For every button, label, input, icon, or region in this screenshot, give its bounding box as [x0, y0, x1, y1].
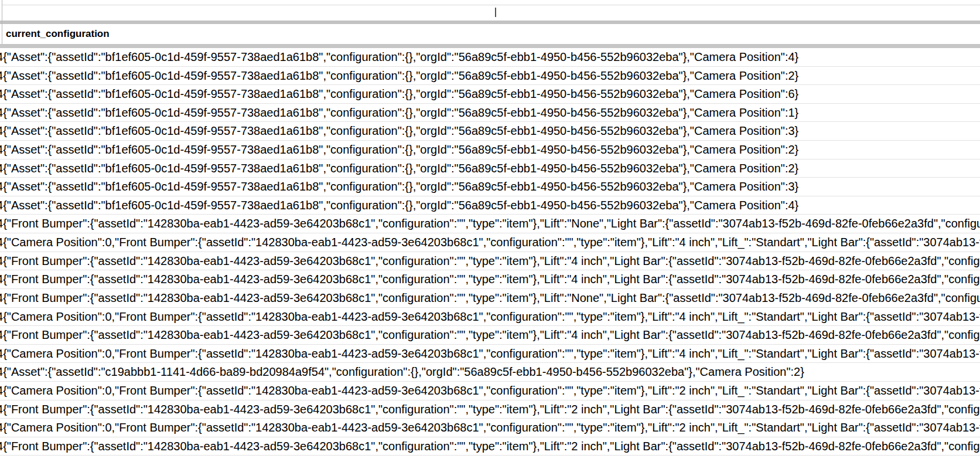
table-row[interactable]: 4{"Camera Position":0,"Front Bumper":{"a… [0, 233, 980, 252]
table-row[interactable]: 4{"Camera Position":0,"Front Bumper":{"a… [0, 308, 980, 327]
cell-text: 4{"Asset":{"assetId":"bf1ef605-0c1d-459f… [0, 67, 798, 85]
table-row[interactable]: 4{"Asset":{"assetId":"bf1ef605-0c1d-459f… [0, 85, 980, 104]
cell-text: 4{"Front Bumper":{"assetId":"142830ba-ea… [0, 215, 980, 233]
cell-text: 4{"Camera Position":0,"Front Bumper":{"a… [0, 419, 980, 437]
cell-json-value: {"Asset":{"assetId":"c19abbb1-1141-4d66-… [3, 365, 804, 378]
table-row[interactable]: 4{"Front Bumper":{"assetId":"142830ba-ea… [0, 270, 980, 289]
column-header-cell[interactable]: current_configuration [0, 24, 980, 44]
cell-text: 4{"Asset":{"assetId":"bf1ef605-0c1d-459f… [0, 104, 798, 122]
table-row[interactable]: 4{"Front Bumper":{"assetId":"142830ba-ea… [0, 289, 980, 308]
cell-text: 4{"Asset":{"assetId":"bf1ef605-0c1d-459f… [0, 178, 798, 196]
table-row[interactable]: 4{"Front Bumper":{"assetId":"142830ba-ea… [0, 252, 980, 271]
table-row[interactable]: 4{"Camera Position":0,"Front Bumper":{"a… [0, 419, 980, 437]
cell-text: 4{"Camera Position":0,"Front Bumper":{"a… [0, 382, 980, 400]
cell-text: 4{"Camera Position":0,"Front Bumper":{"a… [0, 345, 980, 363]
cell-text: 4{"Front Bumper":{"assetId":"142830ba-ea… [0, 437, 980, 456]
cell-json-value: {"Asset":{"assetId":"bf1ef605-0c1d-459f-… [3, 162, 798, 175]
cell-text: 4{"Asset":{"assetId":"bf1ef605-0c1d-459f… [0, 48, 798, 66]
table-row[interactable]: 4{"Front Bumper":{"assetId":"142830ba-ea… [0, 326, 980, 345]
cell-json-value: {"Camera Position":0,"Front Bumper":{"as… [3, 421, 980, 434]
table-row[interactable]: 4{"Asset":{"assetId":"bf1ef605-0c1d-459f… [0, 196, 980, 215]
cell-text: 4{"Front Bumper":{"assetId":"142830ba-ea… [0, 252, 980, 270]
cell-json-value: {"Asset":{"assetId":"bf1ef605-0c1d-459f-… [3, 106, 798, 119]
cell-json-value: {"Asset":{"assetId":"bf1ef605-0c1d-459f-… [3, 180, 798, 193]
cell-json-value: {"Front Bumper":{"assetId":"142830ba-eab… [3, 217, 980, 230]
cell-text: 4{"Asset":{"assetId":"c19abbb1-1141-4d66… [0, 363, 804, 381]
cell-json-value: {"Front Bumper":{"assetId":"142830ba-eab… [3, 291, 980, 304]
cell-json-value: {"Front Bumper":{"assetId":"142830ba-eab… [3, 254, 980, 267]
cell-text: 4{"Asset":{"assetId":"bf1ef605-0c1d-459f… [0, 85, 798, 103]
table-row[interactable]: 4{"Front Bumper":{"assetId":"142830ba-ea… [0, 437, 980, 456]
grid-rows: 4{"Asset":{"assetId":"bf1ef605-0c1d-459f… [0, 48, 980, 456]
cell-json-value: {"Asset":{"assetId":"bf1ef605-0c1d-459f-… [3, 199, 798, 212]
cell-json-value: {"Camera Position":0,"Front Bumper":{"as… [3, 384, 980, 397]
formula-bar[interactable] [2, 5, 980, 21]
cell-text: 4{"Front Bumper":{"assetId":"142830ba-ea… [0, 289, 980, 307]
cell-json-value: {"Front Bumper":{"assetId":"142830ba-eab… [3, 403, 980, 416]
cell-json-value: {"Front Bumper":{"assetId":"142830ba-eab… [3, 273, 980, 286]
table-row[interactable]: 4{"Asset":{"assetId":"bf1ef605-0c1d-459f… [0, 48, 980, 67]
table-row[interactable]: 4{"Asset":{"assetId":"bf1ef605-0c1d-459f… [0, 178, 980, 196]
table-row[interactable]: 4{"Asset":{"assetId":"bf1ef605-0c1d-459f… [0, 122, 980, 141]
cell-json-value: {"Asset":{"assetId":"bf1ef605-0c1d-459f-… [3, 124, 798, 137]
cell-text: 4{"Camera Position":0,"Front Bumper":{"a… [0, 233, 980, 252]
cell-json-value: {"Front Bumper":{"assetId":"142830ba-eab… [3, 440, 980, 453]
spreadsheet-grid: current_configuration 4{"Asset":{"assetI… [0, 0, 980, 462]
table-row[interactable]: 4{"Camera Position":0,"Front Bumper":{"a… [0, 345, 980, 364]
cell-json-value: {"Asset":{"assetId":"bf1ef605-0c1d-459f-… [3, 50, 798, 63]
frozen-row-divider [0, 44, 980, 48]
text-caret [495, 8, 496, 17]
cell-json-value: {"Camera Position":0,"Front Bumper":{"as… [3, 310, 980, 323]
table-row[interactable]: 4{"Front Bumper":{"assetId":"142830ba-ea… [0, 215, 980, 233]
cell-text: 4{"Camera Position":0,"Front Bumper":{"a… [0, 308, 980, 326]
cell-json-value: {"Camera Position":0,"Front Bumper":{"as… [3, 236, 980, 249]
table-row[interactable]: 4{"Asset":{"assetId":"bf1ef605-0c1d-459f… [0, 104, 980, 123]
row-header-border [2, 0, 2, 44]
table-row[interactable]: 4{"Asset":{"assetId":"c19abbb1-1141-4d66… [0, 363, 980, 382]
cell-json-value: {"Asset":{"assetId":"bf1ef605-0c1d-459f-… [3, 143, 798, 156]
cell-json-value: {"Asset":{"assetId":"bf1ef605-0c1d-459f-… [3, 87, 798, 100]
cell-text: 4{"Front Bumper":{"assetId":"142830ba-ea… [0, 326, 980, 344]
cell-text: 4{"Front Bumper":{"assetId":"142830ba-ea… [0, 270, 980, 288]
cell-json-value: {"Camera Position":0,"Front Bumper":{"as… [3, 347, 980, 360]
table-row[interactable]: 4{"Asset":{"assetId":"bf1ef605-0c1d-459f… [0, 67, 980, 86]
table-row[interactable]: 4{"Camera Position":0,"Front Bumper":{"a… [0, 382, 980, 400]
cell-text: 4{"Front Bumper":{"assetId":"142830ba-ea… [0, 400, 980, 419]
cell-json-value: {"Asset":{"assetId":"bf1ef605-0c1d-459f-… [3, 69, 798, 82]
table-row[interactable]: 4{"Front Bumper":{"assetId":"142830ba-ea… [0, 400, 980, 419]
column-header-title: current_configuration [6, 24, 110, 44]
table-row[interactable]: 4{"Asset":{"assetId":"bf1ef605-0c1d-459f… [0, 141, 980, 159]
cell-text: 4{"Asset":{"assetId":"bf1ef605-0c1d-459f… [0, 196, 798, 215]
table-row[interactable]: 4{"Asset":{"assetId":"bf1ef605-0c1d-459f… [0, 159, 980, 178]
cell-text: 4{"Asset":{"assetId":"bf1ef605-0c1d-459f… [0, 122, 798, 140]
cell-text: 4{"Asset":{"assetId":"bf1ef605-0c1d-459f… [0, 141, 798, 159]
cell-text: 4{"Asset":{"assetId":"bf1ef605-0c1d-459f… [0, 159, 798, 178]
cell-json-value: {"Front Bumper":{"assetId":"142830ba-eab… [3, 328, 980, 341]
